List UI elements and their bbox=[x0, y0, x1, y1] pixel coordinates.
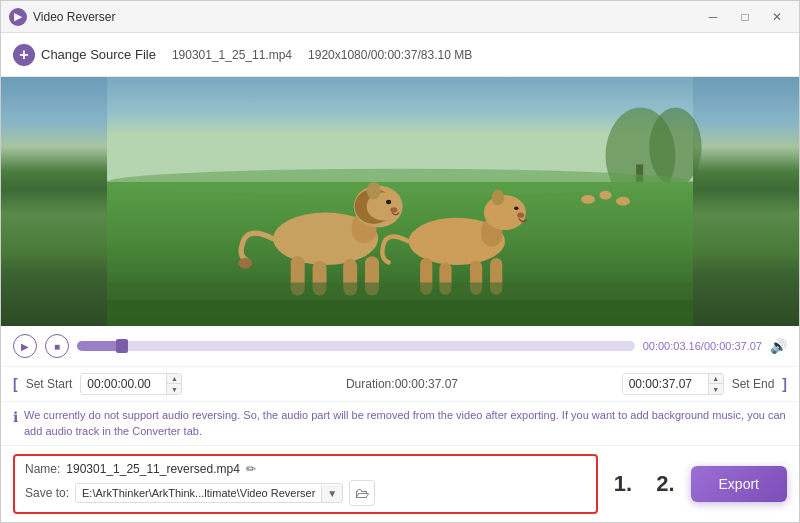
save-to-label: Save to: bbox=[25, 486, 69, 500]
window-controls: ─ □ ✕ bbox=[699, 5, 791, 29]
trim-row: [ Set Start ▲ ▼ Duration:00:00:37.07 ▲ ▼… bbox=[1, 367, 799, 402]
name-label: Name: bbox=[25, 462, 60, 476]
svg-point-28 bbox=[492, 190, 504, 206]
end-time-down[interactable]: ▼ bbox=[709, 384, 723, 394]
close-button[interactable]: ✕ bbox=[763, 5, 791, 29]
timeline-track[interactable] bbox=[77, 341, 635, 351]
play-button[interactable]: ▶ bbox=[13, 334, 37, 358]
video-area bbox=[1, 77, 799, 326]
warning-row: ℹ We currently do not support audio reve… bbox=[1, 402, 799, 445]
save-path-selector[interactable]: E:\ArkThinker\ArkThink...ltimate\Video R… bbox=[75, 483, 343, 503]
set-start-button[interactable]: Set Start bbox=[26, 377, 73, 391]
export-row: Name: 190301_1_25_11_reversed.mp4 ✏ Save… bbox=[1, 445, 799, 522]
timeline-row: ▶ ■ 00:00:03.16/00:00:37.07 🔊 bbox=[1, 326, 799, 367]
warning-icon: ℹ bbox=[13, 409, 18, 425]
left-bracket: [ bbox=[13, 376, 18, 392]
svg-point-3 bbox=[649, 108, 701, 187]
video-frame bbox=[1, 77, 799, 326]
main-window: ▶ Video Reverser ─ □ ✕ + Change Source F… bbox=[0, 0, 800, 523]
warning-text: We currently do not support audio revers… bbox=[24, 408, 787, 439]
start-time-down[interactable]: ▼ bbox=[167, 384, 181, 394]
minimize-button[interactable]: ─ bbox=[699, 5, 727, 29]
duration-label: Duration:00:00:37.07 bbox=[190, 377, 613, 391]
end-time-spinners: ▲ ▼ bbox=[708, 374, 723, 394]
svg-rect-34 bbox=[107, 300, 693, 326]
video-preview bbox=[1, 77, 799, 326]
edit-name-icon[interactable]: ✏ bbox=[246, 462, 256, 476]
change-source-button[interactable]: + Change Source File bbox=[13, 44, 156, 66]
svg-point-7 bbox=[599, 191, 611, 200]
svg-point-15 bbox=[390, 207, 397, 212]
file-name: 190301_1_25_11.mp4 bbox=[172, 48, 292, 62]
badge-2: 2. bbox=[656, 471, 674, 497]
file-name-row: Name: 190301_1_25_11_reversed.mp4 ✏ bbox=[25, 462, 586, 476]
output-file-name: 190301_1_25_11_reversed.mp4 bbox=[66, 462, 239, 476]
svg-point-8 bbox=[616, 197, 630, 206]
titlebar: ▶ Video Reverser ─ □ ✕ bbox=[1, 1, 799, 33]
save-row: Save to: E:\ArkThinker\ArkThink...ltimat… bbox=[25, 480, 586, 506]
start-time-input[interactable] bbox=[81, 374, 166, 394]
file-details: 1920x1080/00:00:37/83.10 MB bbox=[308, 48, 472, 62]
toolbar: + Change Source File 190301_1_25_11.mp4 … bbox=[1, 33, 799, 77]
end-time-input[interactable] bbox=[623, 374, 708, 394]
start-time-spinners: ▲ ▼ bbox=[166, 374, 181, 394]
right-bracket: ] bbox=[782, 376, 787, 392]
file-settings-box: Name: 190301_1_25_11_reversed.mp4 ✏ Save… bbox=[13, 454, 598, 514]
svg-point-16 bbox=[367, 182, 381, 199]
svg-point-26 bbox=[514, 206, 518, 209]
svg-point-6 bbox=[581, 195, 595, 204]
browse-folder-button[interactable]: 🗁 bbox=[349, 480, 375, 506]
file-info: 190301_1_25_11.mp4 1920x1080/00:00:37/83… bbox=[172, 48, 472, 62]
svg-point-14 bbox=[386, 200, 391, 204]
app-icon: ▶ bbox=[9, 8, 27, 26]
stop-button[interactable]: ■ bbox=[45, 334, 69, 358]
video-content-svg bbox=[1, 77, 799, 326]
end-time-input-group: ▲ ▼ bbox=[622, 373, 724, 395]
end-time-up[interactable]: ▲ bbox=[709, 374, 723, 384]
badge-1: 1. bbox=[614, 471, 632, 497]
save-path-text: E:\ArkThinker\ArkThink...ltimate\Video R… bbox=[76, 484, 321, 502]
svg-point-27 bbox=[517, 213, 524, 218]
change-source-label: Change Source File bbox=[41, 47, 156, 62]
start-time-input-group: ▲ ▼ bbox=[80, 373, 182, 395]
time-display: 00:00:03.16/00:00:37.07 bbox=[643, 340, 762, 352]
window-title: Video Reverser bbox=[33, 10, 699, 24]
start-time-up[interactable]: ▲ bbox=[167, 374, 181, 384]
controls-area: ▶ ■ 00:00:03.16/00:00:37.07 🔊 [ Set Star… bbox=[1, 326, 799, 522]
svg-point-21 bbox=[238, 258, 252, 268]
timeline-handle[interactable] bbox=[116, 339, 128, 353]
export-button[interactable]: Export bbox=[691, 466, 787, 502]
set-end-button[interactable]: Set End bbox=[732, 377, 775, 391]
plus-icon: + bbox=[13, 44, 35, 66]
path-dropdown-arrow[interactable]: ▼ bbox=[321, 485, 342, 502]
volume-icon[interactable]: 🔊 bbox=[770, 338, 787, 354]
maximize-button[interactable]: □ bbox=[731, 5, 759, 29]
